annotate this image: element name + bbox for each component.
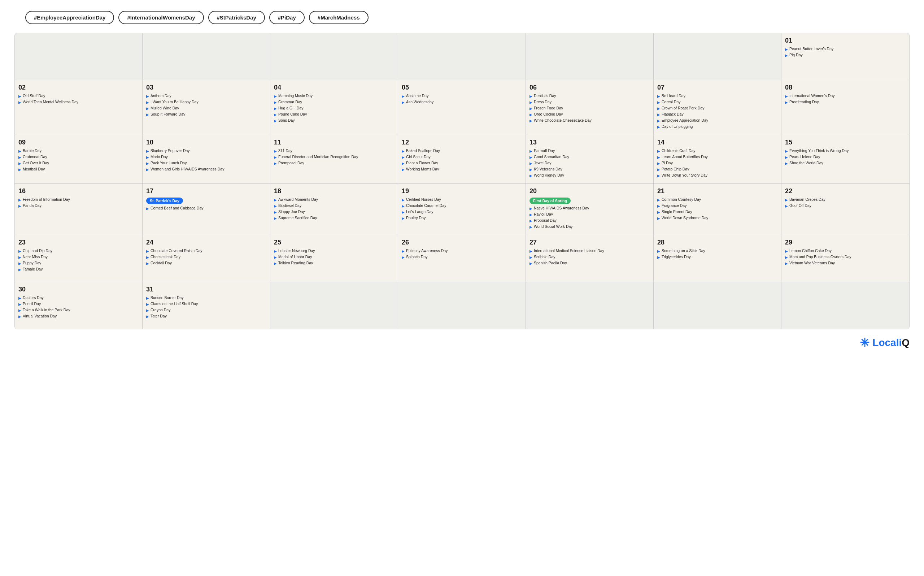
event-arrow-icon: ▶ [274,161,277,166]
event-item: ▶Dress Day [530,100,650,105]
event-text: Blueberry Popover Day [150,149,190,154]
hashtag-pill: #MarchMadness [309,11,369,24]
event-list: ▶Baked Scallops Day▶Girl Scout Day▶Plant… [402,149,522,172]
event-arrow-icon: ▶ [274,100,277,105]
event-arrow-icon: ▶ [146,255,149,260]
event-arrow-icon: ▶ [402,100,405,105]
event-arrow-icon: ▶ [146,296,149,301]
event-text: Single Parent Day [662,210,692,214]
calendar-cell: 02▶Old Stuff Day▶World Teen Mental Welln… [15,80,142,135]
event-item: ▶Blueberry Popover Day [146,149,267,154]
event-text: Sloppy Joe Day [278,210,305,214]
event-item: ▶Single Parent Day [657,210,777,214]
hashtag-pill: #StPatricksDay [208,11,265,24]
event-item: ▶World Kidney Day [530,173,650,178]
calendar-cell: 14▶Children's Craft Day▶Learn About Butt… [654,135,782,184]
event-text: International Women's Day [789,94,835,99]
event-text: Biodiesel Day [278,203,302,208]
calendar-cell: 09▶Barbie Day▶Crabmeat Day▶Get Over It D… [15,135,142,184]
calendar-grid: 01▶Peanut Butter Lover's Day▶Pig Day02▶O… [15,33,909,329]
event-arrow-icon: ▶ [18,314,21,319]
event-item: ▶Jewel Day [530,161,650,166]
event-arrow-icon: ▶ [402,161,405,166]
event-item: ▶Poultry Day [402,216,522,221]
event-item: ▶Take a Walk in the Park Day [18,308,139,313]
event-list: ▶Bunsen Burner Day▶Clams on the Half She… [146,295,267,319]
event-list: ▶Epilepsy Awareness Day▶Spinach Day [402,248,522,260]
event-text: Medal of Honor Day [278,254,312,260]
event-arrow-icon: ▶ [18,198,21,202]
event-text: K9 Veterans Day [534,167,562,172]
day-number: 19 [402,187,522,195]
event-arrow-icon: ▶ [146,161,149,166]
event-text: Employee Appreciation Day [662,118,708,123]
event-text: Earmuff Day [534,149,555,154]
event-text: Corned Beef and Cabbage Day [150,206,204,211]
event-arrow-icon: ▶ [274,255,277,260]
event-text: Crayon Day [150,308,170,313]
event-arrow-icon: ▶ [274,155,277,160]
event-text: Girl Scout Day [406,155,431,160]
event-text: Clams on the Half Shell Day [150,302,198,307]
event-text: Poultry Day [406,216,426,221]
event-item: ▶Common Courtesy Day [657,197,777,202]
calendar-cell [270,33,398,80]
event-list: ▶Lobster Newburg Day▶Medal of Honor Day▶… [274,248,394,266]
event-arrow-icon: ▶ [785,204,788,208]
event-item: ▶Corned Beef and Cabbage Day [146,206,267,211]
event-arrow-icon: ▶ [18,100,21,105]
event-arrow-icon: ▶ [146,155,149,160]
event-list: ▶Bavarian Crepes Day▶Goof Off Day [785,197,906,208]
event-item: ▶Everything You Think is Wrong Day [785,149,906,154]
event-arrow-icon: ▶ [785,161,788,166]
event-arrow-icon: ▶ [785,249,788,253]
event-item: ▶Pack Your Lunch Day [146,161,267,166]
event-arrow-icon: ▶ [530,94,532,99]
event-item: ▶Bunsen Burner Day [146,295,267,301]
event-item: ▶Earmuff Day [530,149,650,154]
event-item: ▶Ash Wednesday [402,100,522,105]
event-arrow-icon: ▶ [274,118,277,123]
calendar-cell: 28▶Something on a Stick Day▶Triglyceride… [654,235,782,282]
event-list: ▶Native HIV/AIDS Awareness Day▶Ravioli D… [530,206,650,229]
event-arrow-icon: ▶ [402,155,405,160]
event-text: Supreme Sacrifice Day [278,216,317,221]
event-text: Children's Craft Day [662,149,696,154]
event-text: Shoe the World Day [789,161,823,166]
event-item: ▶World Teen Mental Wellness Day [18,100,139,105]
event-item: ▶Epilepsy Awareness Day [402,248,522,253]
day-number: 05 [402,84,522,91]
event-arrow-icon: ▶ [402,204,405,208]
event-arrow-icon: ▶ [402,149,405,154]
event-item: ▶Grammar Day [274,100,394,105]
event-item: ▶Write Down Your Story Day [657,173,777,178]
day-number: 30 [18,286,139,293]
event-arrow-icon: ▶ [18,296,21,301]
calendar-cell: 03▶Anthem Day▶I Want You to Be Happy Day… [142,80,270,135]
event-text: Baked Scallops Day [406,149,440,154]
logo-text: LocaliQ [872,337,910,349]
event-item: ▶Tamale Day [18,267,139,272]
event-list: ▶Marching Music Day▶Grammar Day▶Hug a G.… [274,94,394,123]
calendar-cell: 16▶Freedom of Information Day▶Panda Day [15,184,142,235]
event-text: World Kidney Day [534,173,564,178]
event-text: Near Miss Day [23,254,48,260]
event-item: ▶Chocolate Caramel Day [402,203,522,208]
calendar-cell [526,33,654,80]
calendar-cell: 05▶Absinthe Day▶Ash Wednesday [398,80,526,135]
event-item: ▶Sloppy Joe Day [274,210,394,214]
event-arrow-icon: ▶ [274,112,277,117]
event-text: Meatball Day [23,167,45,172]
event-item: ▶Funeral Director and Mortician Recognit… [274,155,394,160]
special-event-badge: St. Patrick's Day [146,198,183,204]
event-list: ▶Everything You Think is Wrong Day▶Pears… [785,149,906,166]
event-text: White Chocolate Cheesecake Day [534,118,592,123]
calendar-cell: 24▶Chocolate Covered Raisin Day▶Cheesest… [142,235,270,282]
calendar-cell: 11▶311 Day▶Funeral Director and Morticia… [270,135,398,184]
event-arrow-icon: ▶ [402,249,405,253]
day-number: 03 [146,84,267,91]
event-text: Working Moms Day [406,167,439,172]
event-text: Crabmeat Day [23,155,47,160]
event-list: ▶Dentist's Day▶Dress Day▶Frozen Food Day… [530,94,650,123]
event-list: ▶International Medical Science Liaison D… [530,248,650,266]
